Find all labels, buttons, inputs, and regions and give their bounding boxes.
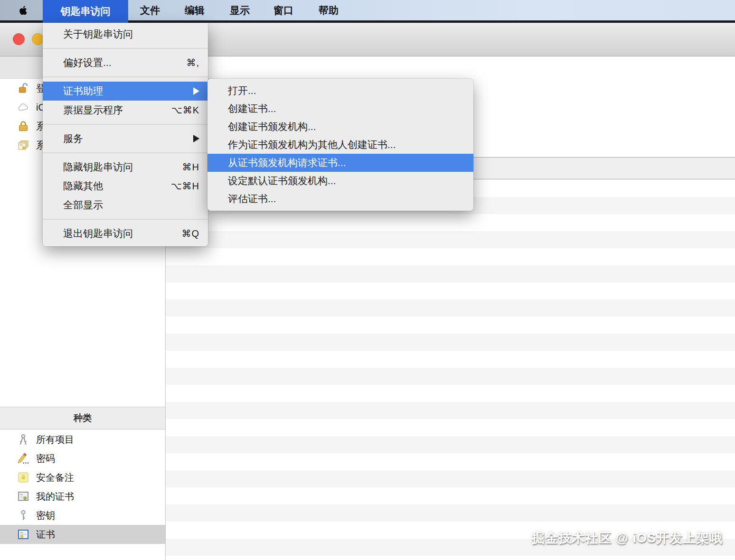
certificate-icon xyxy=(17,528,29,541)
pencil-icon xyxy=(17,452,29,465)
my-certificate-icon xyxy=(17,490,29,503)
keys-icon xyxy=(17,433,29,446)
menubar-item-view[interactable]: 显示 xyxy=(224,0,255,20)
submenu-item-create-certificate[interactable]: 创建证书... xyxy=(207,100,473,118)
sidebar-item-label: 我的证书 xyxy=(36,490,74,503)
watermark-text: 掘金技术社区 @ iOS开发上架哦 xyxy=(532,530,723,547)
shortcut-label: ⌘H xyxy=(182,161,199,173)
category-section-header: 种类 xyxy=(0,407,165,429)
submenu-item-set-default-ca[interactable]: 设定默认证书颁发机构... xyxy=(207,172,473,190)
menu-item-preferences[interactable]: 偏好设置... ⌘, xyxy=(43,53,208,72)
sidebar-item-passwords[interactable]: 密码 xyxy=(0,449,165,468)
submenu-item-create-cert-for-others[interactable]: 作为证书颁发机构为其他人创建证书... xyxy=(207,136,473,154)
shortcut-label: ⌘Q xyxy=(181,228,199,239)
sidebar-item-keys[interactable]: 密钥 xyxy=(0,506,165,525)
sidebar-item-label: 密钥 xyxy=(36,509,55,522)
minimize-window-button[interactable] xyxy=(32,33,44,45)
menu-item-about[interactable]: 关于钥匙串访问 xyxy=(43,25,208,44)
menu-item-ticket-viewer[interactable]: 票据显示程序 ⌥⌘K xyxy=(43,101,208,120)
close-window-button[interactable] xyxy=(13,33,25,45)
menubar-item-window[interactable]: 窗口 xyxy=(268,0,299,20)
sidebar-item-label: 安全备注 xyxy=(36,471,74,484)
menubar-item-keychain-access[interactable]: 钥匙串访问 xyxy=(43,0,128,23)
menu-separator xyxy=(43,152,208,153)
menu-separator xyxy=(43,76,208,77)
table-rows-stripes xyxy=(166,180,735,560)
category-header-label: 种类 xyxy=(74,412,92,424)
unlocked-padlock-icon xyxy=(17,82,29,94)
menubar-item-file[interactable]: 文件 xyxy=(134,0,166,20)
submenu-item-request-cert-from-ca[interactable]: 从证书颁发机构请求证书... xyxy=(207,154,473,172)
cloud-icon xyxy=(17,101,29,113)
menu-item-show-all[interactable]: 全部显示 xyxy=(43,196,208,215)
menu-item-quit[interactable]: 退出钥匙串访问 ⌘Q xyxy=(43,224,208,243)
menu-item-certificate-assistant[interactable]: 证书助理 xyxy=(43,82,208,101)
sidebar-item-certificates[interactable]: 证书 xyxy=(0,525,165,544)
submenu-item-open[interactable]: 打开... xyxy=(207,82,473,100)
menu-item-services[interactable]: 服务 xyxy=(43,129,208,148)
locked-padlock-icon xyxy=(17,120,29,132)
menu-separator xyxy=(43,124,208,125)
menu-separator xyxy=(43,219,208,220)
app-menu-dropdown: 关于钥匙串访问 偏好设置... ⌘, 证书助理 票据显示程序 ⌥⌘K 服务 隐藏… xyxy=(43,23,208,246)
sidebar-item-label: 密码 xyxy=(36,452,55,465)
secure-note-icon xyxy=(17,471,29,484)
menu-item-hide-others[interactable]: 隐藏其他 ⌥⌘H xyxy=(43,177,208,196)
submenu-item-create-ca[interactable]: 创建证书颁发机构... xyxy=(207,118,473,136)
certificate-assistant-submenu: 打开... 创建证书... 创建证书颁发机构... 作为证书颁发机构为其他人创建… xyxy=(207,79,473,211)
screen: 登录 iCloud 系统 系统根证 xyxy=(0,0,735,560)
sidebar-item-secure-notes[interactable]: 安全备注 xyxy=(0,468,165,487)
shortcut-label: ⌥⌘H xyxy=(171,180,200,192)
menu-separator xyxy=(43,48,208,49)
submenu-arrow-icon xyxy=(193,87,199,95)
submenu-arrow-icon xyxy=(193,135,199,142)
shortcut-label: ⌥⌘K xyxy=(171,104,199,116)
sidebar-item-label: 证书 xyxy=(36,528,55,541)
menubar-item-edit[interactable]: 编辑 xyxy=(179,0,210,20)
apple-menu[interactable] xyxy=(17,4,29,17)
sidebar-item-label: 所有项目 xyxy=(36,433,74,446)
sidebar-item-all-items[interactable]: 所有项目 xyxy=(0,430,165,449)
menu-item-hide-app[interactable]: 隐藏钥匙串访问 ⌘H xyxy=(43,158,208,177)
menubar-item-help[interactable]: 帮助 xyxy=(313,0,344,20)
key-icon xyxy=(17,509,29,522)
certificates-stack-icon xyxy=(17,139,29,151)
submenu-item-evaluate-certificate[interactable]: 评估证书... xyxy=(207,190,473,208)
sidebar-item-my-certificates[interactable]: 我的证书 xyxy=(0,487,165,506)
apple-icon xyxy=(18,4,28,17)
shortcut-label: ⌘, xyxy=(186,57,199,68)
